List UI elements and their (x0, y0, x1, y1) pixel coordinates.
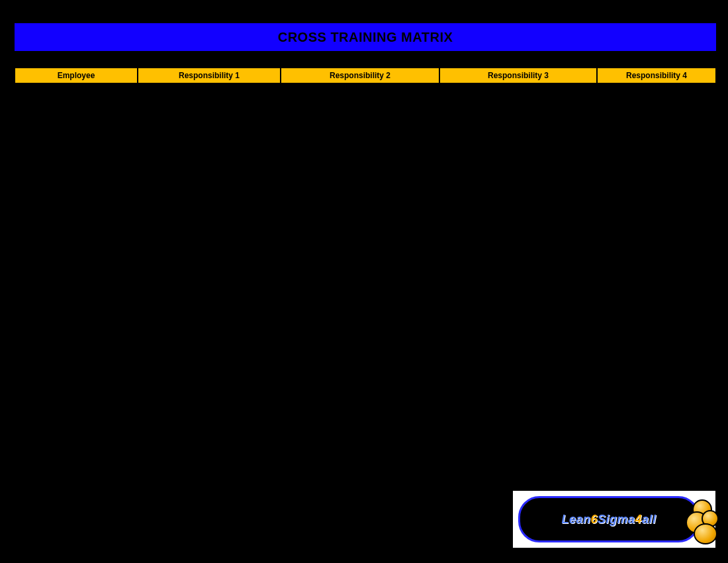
title-bar: CROSS TRAINING MATRIX (15, 23, 716, 51)
column-header-responsibility-4: Responsibility 4 (597, 68, 716, 83)
brand-logo-pill: Lean6Sigma4all (518, 496, 700, 542)
logo-seg-lean: Lean (561, 513, 590, 526)
logo-seg-6: 6 (590, 513, 598, 526)
page: CROSS TRAINING MATRIX Employee Responsib… (0, 0, 728, 563)
column-header-responsibility-1: Responsibility 1 (138, 68, 281, 83)
brand-logo-text: Lean6Sigma4all (561, 513, 656, 527)
coins-icon (684, 495, 724, 543)
logo-seg-4: 4 (635, 513, 643, 526)
column-header-responsibility-2: Responsibility 2 (281, 68, 439, 83)
column-header-responsibility-3: Responsibility 3 (439, 68, 597, 83)
column-header-employee: Employee (15, 68, 138, 83)
matrix-header-row: Employee Responsibility 1 Responsibility… (15, 68, 716, 83)
page-title: CROSS TRAINING MATRIX (278, 30, 453, 45)
logo-seg-sigma: Sigma (598, 513, 635, 526)
coin-icon (694, 523, 717, 544)
logo-seg-all: all (642, 513, 657, 526)
